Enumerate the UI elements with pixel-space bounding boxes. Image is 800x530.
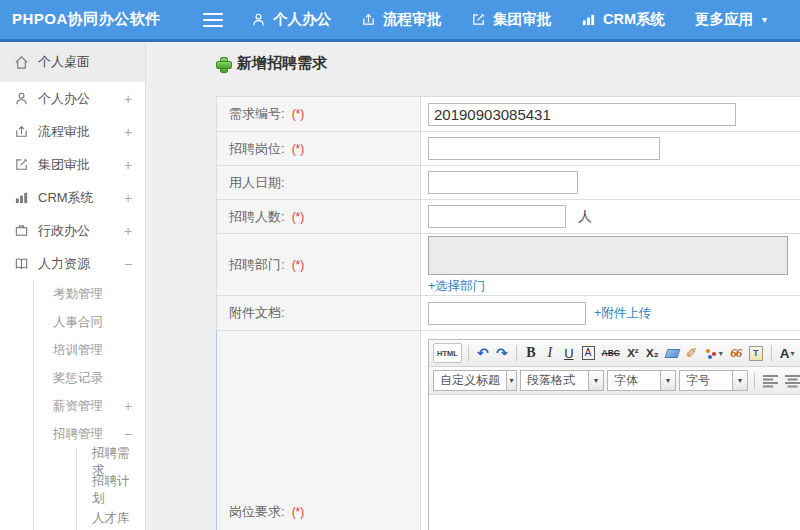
- caret-down-icon: ▾: [588, 371, 603, 390]
- nav-item-workflow-approval[interactable]: 流程审批: [361, 10, 441, 29]
- sidebar-item-workflow-approval[interactable]: 流程审批 +: [0, 115, 145, 148]
- sidebar-item-attendance[interactable]: 考勤管理: [34, 280, 145, 308]
- department-textarea[interactable]: [428, 236, 788, 275]
- sidebar-item-reward-punishment[interactable]: 奖惩记录: [34, 364, 145, 392]
- eraser-icon: [664, 349, 680, 358]
- sidebar-item-recruit-demand[interactable]: 招聘需求: [77, 448, 145, 476]
- field-label: 岗位要求:: [229, 503, 285, 521]
- nav-item-more-apps[interactable]: 更多应用 ▾: [695, 10, 767, 29]
- hamburger-menu-button[interactable]: [203, 13, 223, 27]
- sidebar-item-group-approval[interactable]: 集团审批 +: [0, 148, 145, 181]
- required-mark: (*): [292, 142, 305, 156]
- html-source-button[interactable]: HTML: [433, 343, 462, 363]
- edit-icon: [471, 12, 486, 27]
- paragraph-format-select[interactable]: 段落格式 ▾: [520, 370, 604, 391]
- expand-icon[interactable]: +: [121, 398, 135, 414]
- recruit-demand-form: 需求编号: (*) 招聘岗位: (*) 用人日期:: [216, 96, 800, 530]
- underline-button[interactable]: U: [561, 343, 577, 363]
- top-navigation: 个人办公 流程审批 集团审批 CRM系统 更多应用 ▾: [251, 10, 767, 29]
- expand-icon[interactable]: +: [121, 190, 135, 206]
- align-center-button[interactable]: [783, 371, 800, 391]
- caret-down-icon: ▾: [719, 349, 723, 358]
- nav-item-label: 集团审批: [493, 10, 551, 29]
- sidebar-item-personal-office[interactable]: 个人办公 +: [0, 82, 145, 115]
- expand-icon[interactable]: +: [121, 223, 135, 239]
- nav-item-group-approval[interactable]: 集团审批: [471, 10, 551, 29]
- caret-down-icon: ▾: [506, 371, 516, 390]
- expand-icon[interactable]: +: [121, 91, 135, 107]
- align-left-button[interactable]: [761, 371, 780, 391]
- required-mark: (*): [292, 210, 305, 224]
- editor-toolbar-row2: 自定义标题 ▾ 段落格式 ▾ 字体 ▾ 字号 ▾: [429, 367, 800, 395]
- sidebar-item-training[interactable]: 培训管理: [34, 336, 145, 364]
- emotion-button[interactable]: ▾: [703, 343, 725, 363]
- main-content: 新增招聘需求 需求编号: (*) 招聘岗位: (*) 用人日期:: [147, 42, 800, 530]
- font-size-select[interactable]: 字号 ▾: [679, 370, 748, 391]
- custom-title-select[interactable]: 自定义标题 ▾: [433, 370, 517, 391]
- demand-no-input[interactable]: [428, 103, 736, 126]
- sidebar-item-recruit-plan[interactable]: 招聘计划: [77, 476, 145, 504]
- workflow-icon: [14, 124, 38, 139]
- form-row-headcount: 招聘人数: (*) 人: [217, 200, 800, 234]
- rich-text-editor: HTML ↶ ↷ B I U A ABC X² X₂ ✐: [428, 339, 800, 530]
- book-icon: [14, 256, 38, 271]
- font-family-select[interactable]: 字体 ▾: [607, 370, 676, 391]
- sidebar-item-personal-desktop[interactable]: 个人桌面: [0, 42, 145, 82]
- undo-button[interactable]: ↶: [475, 343, 491, 363]
- field-label: 招聘人数:: [229, 208, 285, 226]
- hire-date-input[interactable]: [428, 171, 578, 194]
- bold-button[interactable]: B: [523, 343, 539, 363]
- blockquote-button[interactable]: 66: [728, 343, 744, 363]
- headcount-input[interactable]: [428, 205, 566, 228]
- sidebar-item-crm[interactable]: CRM系统 +: [0, 181, 145, 214]
- collapse-icon[interactable]: −: [121, 256, 135, 272]
- workflow-icon: [361, 12, 376, 27]
- attachment-upload-link[interactable]: +附件上传: [594, 305, 651, 322]
- nav-item-label: 更多应用: [695, 10, 753, 29]
- paste-button[interactable]: T: [747, 343, 765, 363]
- sidebar-item-hr-contract[interactable]: 人事合同: [34, 308, 145, 336]
- form-row-demand-no: 需求编号: (*): [217, 97, 800, 132]
- eraser-button[interactable]: [664, 343, 681, 363]
- nav-item-label: CRM系统: [603, 10, 665, 29]
- select-department-link[interactable]: +选择部门: [428, 278, 485, 295]
- superscript-button[interactable]: X²: [625, 343, 641, 363]
- field-label: 招聘岗位:: [229, 140, 285, 158]
- bar-chart-icon: [581, 12, 596, 27]
- format-brush-button[interactable]: ✐: [684, 343, 700, 363]
- page-title: 新增招聘需求: [216, 54, 327, 73]
- plus-icon: [216, 57, 230, 71]
- collapse-icon[interactable]: −: [121, 426, 135, 442]
- sidebar-item-recruitment[interactable]: 招聘管理 −: [34, 420, 145, 448]
- form-row-attachment: 附件文档: +附件上传: [217, 296, 800, 331]
- sidebar-item-talent-pool[interactable]: 人才库: [77, 504, 145, 530]
- sidebar-item-admin-office[interactable]: 行政办公 +: [0, 214, 145, 247]
- brand-logo: PHPOA协同办公软件: [0, 10, 195, 29]
- edit-icon: [14, 157, 38, 172]
- required-mark: (*): [292, 258, 305, 272]
- sidebar-item-salary[interactable]: 薪资管理 +: [34, 392, 145, 420]
- expand-icon[interactable]: +: [121, 157, 135, 173]
- job-position-input[interactable]: [428, 137, 660, 160]
- editor-toolbar-row1: HTML ↶ ↷ B I U A ABC X² X₂ ✐: [429, 340, 800, 367]
- form-row-hire-date: 用人日期:: [217, 166, 800, 200]
- nav-item-label: 流程审批: [383, 10, 441, 29]
- form-row-department: 招聘部门: (*) +选择部门: [217, 234, 800, 296]
- redo-button[interactable]: ↷: [494, 343, 510, 363]
- strikethrough-button[interactable]: ABC: [600, 343, 622, 363]
- attachment-input[interactable]: [428, 302, 586, 325]
- hr-submenu: 考勤管理 人事合同 培训管理 奖惩记录 薪资管理 + 招聘管理 − 招聘需求 招…: [33, 280, 145, 530]
- caret-down-icon: ▾: [762, 14, 767, 25]
- sidebar-item-hr[interactable]: 人力资源 −: [0, 247, 145, 280]
- expand-icon[interactable]: +: [121, 124, 135, 140]
- clipboard-icon: T: [749, 346, 763, 361]
- nav-item-crm[interactable]: CRM系统: [581, 10, 665, 29]
- recruitment-submenu: 招聘需求 招聘计划 人才库: [76, 448, 145, 530]
- home-icon: [14, 55, 38, 70]
- anchor-button[interactable]: A: [582, 346, 595, 360]
- editor-content-area[interactable]: [429, 395, 800, 530]
- subscript-button[interactable]: X₂: [644, 343, 661, 363]
- italic-button[interactable]: I: [542, 343, 558, 363]
- nav-item-personal-office[interactable]: 个人办公: [251, 10, 331, 29]
- font-color-button[interactable]: A▾: [778, 343, 797, 363]
